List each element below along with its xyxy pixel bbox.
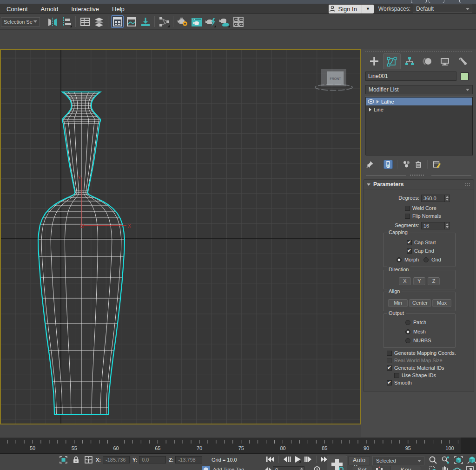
pan-hand-icon[interactable] bbox=[441, 466, 449, 470]
tab-motion[interactable] bbox=[418, 53, 436, 69]
make-unique-button[interactable] bbox=[402, 160, 411, 169]
tab-create[interactable] bbox=[365, 53, 383, 69]
frame-step-arrows-icon[interactable] bbox=[265, 467, 271, 470]
morph-radio[interactable] bbox=[397, 257, 402, 262]
sign-in-button[interactable]: Sign In ▼ bbox=[329, 5, 373, 13]
x-coord-field[interactable]: -185.736 bbox=[103, 456, 130, 463]
gen-material-row[interactable]: Generate Material IDs bbox=[387, 365, 444, 371]
nurbs-radio-row[interactable]: NURBS bbox=[405, 338, 431, 343]
spinner-arrows-icon[interactable] bbox=[299, 467, 304, 470]
stack-item-line[interactable]: Line bbox=[366, 105, 472, 113]
cap-start-row[interactable]: Cap Start bbox=[407, 240, 436, 245]
configure-modifier-sets-button[interactable] bbox=[432, 160, 441, 169]
zoom-icon[interactable] bbox=[429, 456, 437, 464]
menu-interactive[interactable]: Interactive bbox=[65, 4, 106, 14]
lathe-vase-object[interactable] bbox=[38, 92, 125, 414]
ribbon-toggle-button[interactable] bbox=[139, 15, 152, 28]
object-name-field[interactable]: Line001 bbox=[365, 72, 456, 81]
add-time-tag[interactable]: Add Time Tag bbox=[202, 466, 244, 470]
object-color-swatch[interactable] bbox=[461, 72, 469, 80]
asset-gallery-button[interactable] bbox=[232, 15, 245, 28]
expand-arrow-icon[interactable] bbox=[377, 100, 379, 104]
menu-content[interactable]: Content bbox=[0, 4, 34, 14]
use-shape-row[interactable]: Use Shape IDs bbox=[394, 372, 436, 378]
layer-explorer-button[interactable] bbox=[93, 15, 105, 28]
menu-arnold[interactable]: Arnold bbox=[34, 4, 65, 14]
orbit-icon[interactable] bbox=[453, 466, 462, 470]
mesh-radio-row[interactable]: Mesh bbox=[405, 329, 426, 334]
align-min-button[interactable]: Min bbox=[388, 299, 408, 307]
morph-radio-row[interactable]: Morph bbox=[397, 257, 419, 262]
nurbs-radio[interactable] bbox=[405, 338, 410, 343]
direction-z-button[interactable]: Z bbox=[428, 277, 440, 285]
close-button[interactable] bbox=[459, 0, 476, 3]
isolate-selection-toggle[interactable] bbox=[59, 456, 68, 464]
zoom-extents-icon[interactable] bbox=[454, 456, 463, 464]
schematic-view-button[interactable] bbox=[158, 15, 170, 28]
show-end-result-button[interactable] bbox=[383, 160, 393, 169]
generate-mapping-checkbox[interactable] bbox=[387, 351, 392, 356]
grid-radio[interactable] bbox=[423, 257, 429, 262]
maximize-viewport-icon[interactable] bbox=[465, 466, 474, 470]
workspace-dropdown[interactable]: Default bbox=[413, 5, 472, 13]
zoom-all-icon[interactable] bbox=[441, 456, 450, 464]
curve-editor-button[interactable] bbox=[125, 15, 138, 28]
smooth-checkbox[interactable] bbox=[387, 380, 392, 385]
cap-end-checkbox[interactable] bbox=[407, 248, 412, 254]
weld-core-checkbox[interactable] bbox=[405, 206, 410, 211]
rollout-header[interactable]: Parameters bbox=[364, 180, 474, 189]
scene-canvas[interactable]: yXFRONT bbox=[1, 50, 360, 424]
zoom-extents-all-icon[interactable] bbox=[467, 456, 476, 464]
previous-frame-icon[interactable] bbox=[283, 456, 291, 463]
tab-utilities[interactable] bbox=[454, 53, 471, 69]
selection-filter-dropdown[interactable]: Selected bbox=[372, 456, 424, 465]
direction-y-button[interactable]: Y bbox=[413, 277, 425, 285]
spinner-arrows-icon[interactable] bbox=[444, 222, 450, 229]
go-to-start-icon[interactable] bbox=[265, 456, 275, 463]
gen-mapping-row[interactable]: Generate Mapping Coords. bbox=[387, 350, 456, 356]
tab-hierarchy[interactable] bbox=[401, 53, 418, 69]
selection-lock-toggle[interactable] bbox=[73, 456, 79, 464]
align-center-button[interactable]: Center bbox=[409, 299, 431, 307]
pin-stack-button[interactable] bbox=[365, 160, 375, 169]
absolute-offset-toggle[interactable] bbox=[84, 456, 93, 464]
next-frame-icon[interactable] bbox=[304, 456, 312, 463]
key-filters-button[interactable]: Key Filters... bbox=[390, 466, 421, 470]
stack-item-lathe[interactable]: Lathe bbox=[366, 98, 472, 105]
panel-grip[interactable] bbox=[365, 51, 472, 52]
remove-modifier-button[interactable] bbox=[414, 160, 423, 169]
current-frame-spinner[interactable]: 0 bbox=[273, 466, 304, 470]
selection-set-dropdown[interactable]: Selection Se bbox=[1, 17, 40, 26]
render-lightning-button[interactable] bbox=[204, 15, 217, 28]
rendered-frame-button[interactable] bbox=[190, 15, 203, 28]
spinner-arrows-icon[interactable] bbox=[444, 195, 450, 202]
play-icon[interactable] bbox=[293, 456, 302, 463]
render-setup-button[interactable] bbox=[176, 15, 189, 28]
set-key-button[interactable]: Set Key bbox=[352, 466, 372, 470]
time-configuration-button[interactable] bbox=[313, 466, 321, 470]
time-slider-trackbar[interactable]: 50556065707580859095100 bbox=[0, 437, 476, 454]
view-cube[interactable]: FRONT bbox=[315, 69, 352, 91]
direction-x-button[interactable]: X bbox=[399, 277, 411, 285]
tab-display[interactable] bbox=[436, 53, 454, 69]
visibility-eye-icon[interactable] bbox=[368, 99, 374, 104]
scene-explorer-button[interactable] bbox=[79, 15, 91, 28]
tab-modify[interactable] bbox=[383, 53, 401, 69]
timeline-ruler[interactable]: 50556065707580859095100 bbox=[0, 437, 476, 454]
modifier-list-dropdown[interactable]: Modifier List bbox=[365, 85, 473, 94]
smooth-row[interactable]: Smooth bbox=[387, 380, 412, 385]
menu-help[interactable]: Help bbox=[106, 4, 131, 14]
panel-splitter[interactable] bbox=[361, 174, 476, 177]
material-editor-button[interactable] bbox=[111, 15, 124, 28]
key-mode-toggle[interactable] bbox=[376, 466, 383, 470]
render-cloud-button[interactable] bbox=[218, 15, 231, 28]
mirror-button[interactable] bbox=[46, 15, 59, 28]
front-viewport[interactable]: yXFRONT bbox=[0, 49, 361, 424]
grid-radio-row[interactable]: Grid bbox=[423, 257, 441, 262]
sign-in-arrow[interactable]: ▼ bbox=[362, 5, 374, 13]
use-shape-ids-checkbox[interactable] bbox=[394, 373, 399, 378]
patch-radio-row[interactable]: Patch bbox=[405, 320, 426, 325]
minimize-button[interactable] bbox=[411, 0, 427, 3]
mesh-radio[interactable] bbox=[405, 329, 410, 334]
generate-material-checkbox[interactable] bbox=[387, 366, 392, 371]
